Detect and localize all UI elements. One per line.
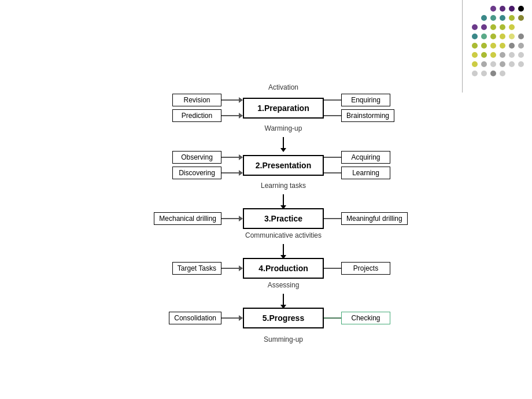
left-item-consolidation: Consolidation xyxy=(169,312,243,324)
stage-title-presentation: 2.Presentation xyxy=(256,161,311,170)
mechanical-label: Mechanical drilling xyxy=(154,212,221,225)
left-item-prediction: Prediction xyxy=(172,109,243,122)
arrow-communicative xyxy=(283,242,284,258)
prediction-label: Prediction xyxy=(172,109,221,122)
stage-box-production: 4.Production xyxy=(243,258,324,279)
discovering-arrow xyxy=(239,169,243,178)
revision-label: Revision xyxy=(172,94,221,106)
arrow-warmup xyxy=(283,135,284,151)
revision-connector xyxy=(221,99,239,101)
arrow-assessing-inner xyxy=(283,294,284,305)
brainstorming-connector xyxy=(324,115,341,116)
observing-arrow xyxy=(239,153,243,162)
right-side-presentation: Acquiring Learning xyxy=(324,151,428,179)
prediction-connector xyxy=(221,115,239,116)
consolidation-connector xyxy=(221,317,239,319)
consolidation-label: Consolidation xyxy=(169,312,221,324)
connector-label-communicative: Communicative activities xyxy=(245,229,322,242)
left-side-practice: Mechanical drilling xyxy=(139,212,243,225)
stage-title-progress: 5.Progress xyxy=(263,313,304,323)
connector-label-assessing: Assessing xyxy=(268,279,300,291)
arrow-warmup-inner xyxy=(283,137,284,149)
mechanical-arrow xyxy=(239,215,243,223)
right-item-brainstorming: Brainstorming xyxy=(324,109,394,122)
stage-box-practice: 3.Practice xyxy=(243,208,324,229)
arrow-learning-tasks xyxy=(283,192,284,208)
right-item-enquiring: Enquiring xyxy=(324,94,390,106)
left-side-preparation: Revision Prediction xyxy=(139,94,243,122)
mechanical-connector xyxy=(221,218,239,219)
target-tasks-label: Target Tasks xyxy=(172,262,221,275)
left-item-observing: Observing xyxy=(172,151,243,164)
stage-row-practice: Mechanical drilling 3.Practice Meaningfu… xyxy=(87,208,480,229)
stage-row-production: Target Tasks 4.Production Projects xyxy=(87,258,480,279)
observing-connector xyxy=(221,157,239,158)
right-item-projects: Projects xyxy=(324,262,390,275)
right-item-checking: Checking xyxy=(324,312,390,324)
connector-label-warmup: Warming-up xyxy=(265,122,302,135)
stage-title-production: 4.Production xyxy=(258,264,308,273)
stage-row-presentation: Observing Discovering 2.Presentation Acq… xyxy=(87,151,480,179)
left-item-mechanical: Mechanical drilling xyxy=(154,212,243,225)
right-side-preparation: Enquiring Brainstorming xyxy=(324,94,428,122)
stage-row-progress: Consolidation 5.Progress Checking xyxy=(87,308,480,328)
acquiring-connector xyxy=(324,157,341,158)
diagram: Activation Revision Prediction 1.Prepara… xyxy=(87,81,480,346)
discovering-connector xyxy=(221,172,239,173)
dot-grid xyxy=(472,6,526,79)
divider-line xyxy=(462,0,463,93)
right-side-practice: Meaningful drilling xyxy=(324,212,428,225)
observing-label: Observing xyxy=(172,151,221,164)
right-side-production: Projects xyxy=(324,262,428,275)
stage-title-preparation: 1.Preparation xyxy=(257,104,309,113)
target-tasks-connector xyxy=(221,268,239,269)
left-item-target-tasks: Target Tasks xyxy=(172,262,243,275)
checking-connector xyxy=(324,317,341,319)
connector-label-learning-tasks: Learning tasks xyxy=(261,179,306,192)
left-item-revision: Revision xyxy=(172,94,243,106)
left-item-discovering: Discovering xyxy=(172,167,243,179)
meaningful-connector xyxy=(324,218,341,219)
stage-box-preparation: 1.Preparation xyxy=(243,98,324,119)
stage-title-practice: 3.Practice xyxy=(264,214,302,223)
learning-label: Learning xyxy=(341,167,390,179)
brainstorming-label: Brainstorming xyxy=(341,109,394,122)
stage-row-preparation: Revision Prediction 1.Preparation Enquir… xyxy=(87,94,480,122)
right-item-meaningful: Meaningful drilling xyxy=(324,212,408,225)
right-item-learning: Learning xyxy=(324,167,390,179)
learning-connector xyxy=(324,172,341,173)
acquiring-label: Acquiring xyxy=(341,151,390,164)
projects-connector xyxy=(324,268,341,269)
left-side-presentation: Observing Discovering xyxy=(139,151,243,179)
discovering-label: Discovering xyxy=(172,167,221,179)
left-side-production: Target Tasks xyxy=(139,262,243,275)
arrow-learning-tasks-inner xyxy=(283,194,284,206)
enquiring-label: Enquiring xyxy=(341,94,390,106)
activation-label: Activation xyxy=(87,81,480,94)
revision-arrow xyxy=(239,96,243,105)
summing-up-label: Summing-up xyxy=(87,333,480,346)
arrow-communicative-inner xyxy=(283,244,284,256)
left-side-progress: Consolidation xyxy=(139,312,243,324)
projects-label: Projects xyxy=(341,262,390,275)
right-item-acquiring: Acquiring xyxy=(324,151,390,164)
right-side-progress: Checking xyxy=(324,312,428,324)
enquiring-connector xyxy=(324,99,341,101)
meaningful-label: Meaningful drilling xyxy=(341,212,408,225)
consolidation-arrow xyxy=(239,314,243,323)
target-tasks-arrow xyxy=(239,264,243,273)
prediction-arrow xyxy=(239,112,243,120)
stage-box-progress: 5.Progress xyxy=(243,308,324,328)
checking-label: Checking xyxy=(341,312,390,324)
stage-box-presentation: 2.Presentation xyxy=(243,155,324,176)
arrow-assessing xyxy=(283,291,284,308)
